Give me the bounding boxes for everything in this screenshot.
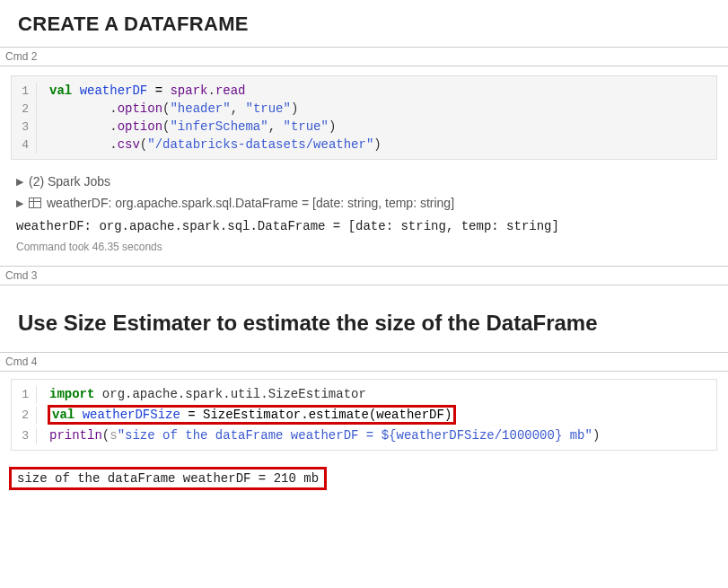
code-line: .option("inferSchema", "true") [37,118,336,136]
code-cell-2[interactable]: 1 val weatherDF = spark.read 2 .option("… [11,75,717,160]
line-number: 1 [12,83,37,100]
line-number: 3 [12,427,37,444]
table-icon [29,197,41,208]
markdown-heading-2: Use Size Estimater to estimate the size … [0,285,728,352]
line-number: 1 [12,386,37,403]
command-label-3: Cmd 3 [0,266,728,285]
command-label-2: Cmd 2 [0,47,728,66]
chevron-right-icon: ▶ [16,176,23,188]
code-line: val weatherDF = spark.read [37,82,246,100]
command-label-4: Cmd 4 [0,352,728,372]
schema-toggle[interactable]: ▶ weatherDF: org.apache.spark.sql.DataFr… [16,192,712,214]
code-line: println(s"size of the dataFrame weatherD… [37,426,600,444]
command-timing: Command took 46.35 seconds [16,235,712,260]
code-line: import org.apache.spark.util.SizeEstimat… [37,385,366,403]
code-line: .csv("/databricks-datasets/weather") [37,136,382,154]
line-number: 2 [12,101,37,118]
output-cell-4: size of the dataFrame weatherDF = 210 mb [11,467,717,490]
code-cell-4[interactable]: 1 import org.apache.spark.util.SizeEstim… [11,379,717,451]
code-line: .option("header", "true") [37,100,298,118]
line-number: 3 [12,118,37,136]
schema-summary: weatherDF: org.apache.spark.sql.DataFram… [47,196,454,210]
spark-jobs-label: (2) Spark Jobs [29,174,110,189]
highlight-box: val weatherDFSize = SizeEstimator.estima… [48,405,456,425]
line-number: 4 [12,136,37,154]
code-line: val weatherDFSize = SizeEstimator.estima… [37,403,456,426]
repl-output: weatherDF: org.apache.spark.sql.DataFram… [16,214,712,235]
highlight-box: size of the dataFrame weatherDF = 210 mb [9,467,327,490]
line-number: 2 [12,407,37,424]
output-cell-2: ▶ (2) Spark Jobs ▶ weatherDF: org.apache… [0,165,728,266]
spark-jobs-toggle[interactable]: ▶ (2) Spark Jobs [16,171,712,192]
chevron-right-icon: ▶ [16,197,23,209]
markdown-heading-1: CREATE A DATAFRAME [0,0,728,47]
